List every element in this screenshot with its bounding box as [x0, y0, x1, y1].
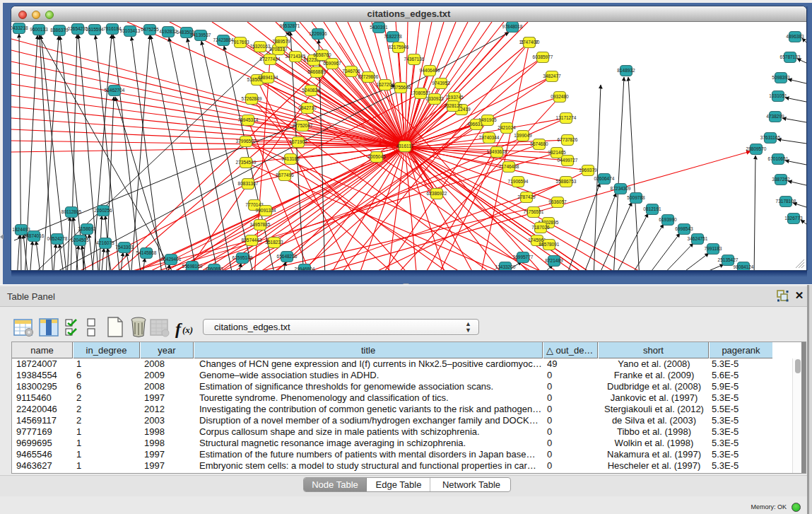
svg-text:7193745: 7193745: [445, 95, 464, 100]
svg-text:82175946: 82175946: [389, 45, 409, 49]
svg-text:3747407: 3747407: [520, 40, 539, 45]
svg-text:7346706: 7346706: [342, 69, 360, 74]
svg-text:67010651: 67010651: [768, 156, 789, 161]
svg-text:87234309: 87234309: [611, 186, 631, 191]
svg-text:2260256: 2260256: [94, 208, 112, 213]
svg-text:9743953: 9743953: [432, 81, 450, 86]
svg-text:3482477: 3482477: [543, 74, 561, 78]
svg-text:54145868: 54145868: [136, 250, 157, 255]
svg-text:34714345: 34714345: [286, 54, 306, 59]
svg-text:49894134: 49894134: [258, 75, 278, 80]
svg-text:0932480: 0932480: [551, 94, 569, 99]
svg-text:8386379: 8386379: [50, 28, 69, 33]
svg-text:9413186: 9413186: [281, 156, 300, 161]
svg-text:71746488: 71746488: [499, 164, 519, 169]
svg-text:4005045: 4005045: [367, 154, 386, 159]
svg-text:1326773: 1326773: [784, 216, 803, 221]
svg-text:8721489: 8721489: [545, 258, 563, 263]
svg-text:62386922: 62386922: [427, 191, 447, 196]
svg-text:34624751: 34624751: [688, 236, 708, 241]
svg-text:2421024: 2421024: [498, 125, 516, 130]
svg-text:9636057: 9636057: [548, 199, 567, 204]
svg-text:3387262: 3387262: [772, 177, 790, 182]
svg-text:62729806: 62729806: [358, 74, 379, 79]
svg-text:94406409: 94406409: [420, 68, 440, 73]
svg-text:27354549: 27354549: [236, 160, 257, 165]
svg-text:3158692: 3158692: [78, 226, 96, 231]
svg-text:04499727: 04499727: [558, 158, 578, 163]
svg-text:6193990: 6193990: [659, 217, 677, 222]
svg-text:5466889: 5466889: [307, 69, 326, 74]
svg-text:28809570: 28809570: [746, 146, 767, 151]
svg-text:5674680: 5674680: [530, 141, 548, 146]
svg-text:0330923: 0330923: [425, 96, 444, 101]
svg-text:76320163: 76320163: [250, 44, 271, 49]
svg-text:1399049: 1399049: [514, 133, 532, 138]
svg-text:53755646: 53755646: [391, 85, 411, 90]
svg-text:77752047: 77752047: [293, 123, 313, 128]
svg-text:1615594: 1615594: [86, 27, 104, 32]
svg-text:86578091: 86578091: [539, 242, 560, 247]
svg-text:74367136: 74367136: [404, 57, 425, 62]
svg-text:2787429: 2787429: [517, 194, 536, 199]
svg-text:64139537: 64139537: [191, 33, 211, 37]
svg-text:87277434: 87277434: [260, 57, 281, 62]
svg-text:71906594: 71906594: [508, 179, 529, 184]
svg-text:0433218: 0433218: [11, 25, 28, 30]
svg-text:65648236: 65648236: [277, 254, 298, 259]
svg-text:4738299: 4738299: [766, 114, 784, 119]
svg-text:(x): (x): [182, 325, 193, 335]
svg-text:96532871: 96532871: [280, 23, 300, 28]
svg-text:65787133: 65787133: [780, 54, 801, 59]
svg-text:7816184: 7816184: [103, 26, 122, 31]
svg-text:0812191: 0812191: [643, 206, 661, 211]
svg-text:76945314: 76945314: [238, 117, 259, 122]
svg-text:0842710: 0842710: [298, 105, 317, 110]
svg-text:13433200: 13433200: [495, 264, 516, 269]
svg-text:7187026: 7187026: [531, 225, 550, 230]
svg-text:1226916: 1226916: [309, 31, 327, 36]
svg-text:79740344: 79740344: [479, 135, 500, 140]
svg-text:71756551: 71756551: [524, 209, 544, 214]
svg-text:37631165: 37631165: [760, 135, 781, 140]
svg-text:80112805: 80112805: [61, 209, 82, 214]
svg-text:51462704: 51462704: [105, 88, 125, 93]
svg-text:4216073: 4216073: [96, 240, 114, 245]
svg-text:3518233: 3518233: [265, 240, 283, 245]
svg-text:25135427: 25135427: [718, 257, 739, 262]
svg-text:73178108: 73178108: [776, 199, 796, 204]
svg-text:00524278: 00524278: [47, 236, 68, 241]
svg-text:1969379: 1969379: [579, 168, 597, 173]
svg-text:6658760: 6658760: [313, 52, 331, 57]
svg-text:17080531: 17080531: [411, 90, 431, 95]
svg-text:7889579: 7889579: [272, 39, 290, 44]
svg-text:34874016: 34874016: [24, 233, 45, 238]
svg-text:60385977: 60385977: [533, 54, 553, 59]
svg-text:93103413: 93103413: [120, 28, 141, 33]
svg-text:9600133: 9600133: [30, 27, 48, 32]
svg-text:4316117: 4316117: [396, 144, 414, 148]
svg-text:13493618: 13493618: [487, 149, 507, 154]
svg-text:5430391: 5430391: [370, 25, 388, 30]
svg-text:8677496: 8677496: [276, 173, 294, 177]
svg-text:80831367: 80831367: [238, 181, 259, 186]
svg-text:29946804: 29946804: [295, 267, 315, 270]
svg-text:4060883: 4060883: [205, 267, 223, 270]
svg-text:6998543: 6998543: [675, 226, 693, 231]
svg-text:6204505: 6204505: [71, 238, 89, 243]
svg-text:8148932: 8148932: [617, 68, 635, 73]
svg-text:6690967: 6690967: [323, 61, 341, 66]
svg-text:02606474: 02606474: [594, 176, 615, 181]
svg-text:97848018: 97848018: [502, 24, 523, 29]
svg-text:6475255: 6475255: [141, 27, 159, 32]
svg-text:01429401: 01429401: [161, 257, 182, 262]
svg-text:36995777: 36995777: [513, 255, 534, 259]
svg-text:61595148: 61595148: [233, 255, 253, 260]
svg-text:1491905: 1491905: [478, 117, 497, 122]
svg-text:7182278: 7182278: [384, 34, 402, 39]
svg-text:57262849: 57262849: [242, 96, 262, 101]
svg-text:5240824: 5240824: [302, 88, 320, 93]
svg-text:99091334: 99091334: [256, 208, 276, 213]
svg-text:55698169: 55698169: [182, 264, 203, 269]
svg-text:5009788: 5009788: [627, 195, 645, 200]
